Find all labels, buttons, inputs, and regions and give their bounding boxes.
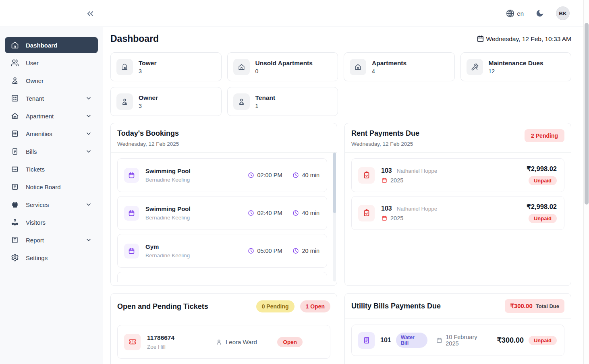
stat-card-unsold-apartments[interactable]: Unsold Apartments 0 [227, 52, 338, 81]
sidebar-item-label: Tickets [26, 166, 45, 173]
rent-tenant-name: Nathaniel Hoppe [397, 206, 438, 212]
chevron-down-icon [85, 130, 92, 137]
moon-icon [535, 9, 544, 18]
clipboard-check-icon [358, 167, 375, 184]
sidebar-item-bills[interactable]: Bills [5, 143, 98, 159]
sidebar-item-settings[interactable]: Settings [5, 250, 98, 266]
booking-list-item[interactable]: Swimming Pool Bernadine Keeling 02:00 PM [117, 158, 327, 192]
chevron-down-icon [85, 237, 92, 243]
chevron-down-icon [85, 95, 92, 101]
sidebar-item-label: Dashboard [26, 42, 57, 49]
sidebar-item-label: Tenant [26, 95, 44, 102]
utility-bills-panel: Utility Bills Payments Due ₹300.00 Total… [344, 293, 571, 364]
user-avatar[interactable]: BK [556, 6, 570, 20]
house-icon [11, 112, 19, 120]
booking-calendar-icon [124, 168, 139, 183]
rent-list-item[interactable]: 103 Nathaniel Hoppe 2025 [351, 196, 564, 230]
rent-list-item[interactable]: 103 Nathaniel Hoppe 2025 [351, 158, 564, 192]
utility-bill-type-badge: Water Bill [396, 333, 428, 348]
sidebar-collapse-button[interactable] [84, 7, 97, 20]
sidebar-item-label: Visitors [26, 219, 46, 226]
utility-amount: ₹300.00 [497, 336, 524, 345]
rent-status-badge: Unpaid [529, 214, 557, 223]
stat-label: Owner [139, 94, 158, 101]
sidebar-item-report[interactable]: Report [5, 232, 98, 248]
sidebar-item-tenant[interactable]: Tenant [5, 90, 98, 106]
tickets-panel: Open and Pending Tickets 0 Pending 1 Ope… [110, 293, 337, 364]
stat-value: 3 [139, 68, 157, 74]
bookings-list: Swimming Pool Bernadine Keeling 02:00 PM [111, 153, 337, 282]
sidebar-item-notice-board[interactable]: Notice Board [5, 179, 98, 195]
avatar-initials: BK [559, 10, 567, 17]
sidebar: Dashboard User Owner Tenant Apartment [0, 27, 103, 364]
utility-total-label: Total Due [536, 303, 559, 309]
calendar-icon [436, 337, 443, 344]
sidebar-item-label: Amenities [26, 130, 52, 137]
bookings-scrollbar-thumb[interactable] [333, 153, 336, 213]
ticket-assignee: Leora Ward [216, 339, 257, 345]
stat-card-apartments[interactable]: Apartments 4 [344, 52, 455, 81]
booking-time: 02:40 PM [248, 210, 282, 216]
panel-title: Open and Pending Tickets [117, 302, 208, 311]
sidebar-item-label: Report [26, 237, 44, 244]
utility-list: 101 Water Bill 10 February 2025 ₹300.00 … [345, 319, 571, 360]
ticket-icon [124, 334, 141, 350]
stat-card-maintenance-dues[interactable]: Maintenance Dues 12 [460, 52, 572, 81]
booking-list-item[interactable]: Gym Bernadine Keeling 05:00 PM [117, 234, 327, 268]
rent-year: 2025 [381, 177, 437, 184]
clock-icon [292, 172, 299, 178]
gear-icon [11, 254, 19, 262]
stat-value: 3 [139, 103, 158, 109]
house-icon [233, 59, 250, 75]
sidebar-item-tickets[interactable]: Tickets [5, 161, 98, 177]
sidebar-item-user[interactable]: User [5, 55, 98, 71]
tickets-open-badge: 1 Open [300, 300, 330, 312]
sidebar-item-services[interactable]: Services [5, 196, 98, 213]
stat-card-tower[interactable]: Tower 3 [110, 52, 222, 81]
booking-calendar-icon [124, 206, 139, 221]
utility-list-item[interactable]: 101 Water Bill 10 February 2025 ₹300.00 … [351, 325, 564, 356]
stat-value: 0 [255, 68, 313, 74]
sidebar-item-label: Apartment [26, 113, 54, 120]
topbar: en BK [0, 0, 583, 27]
utility-due-date: 10 February 2025 [436, 334, 489, 347]
sidebar-item-apartment[interactable]: Apartment [5, 108, 98, 124]
tickets-pending-badge: 0 Pending [256, 300, 294, 312]
tower-icon [116, 59, 133, 75]
page-scrollbar-thumb[interactable] [585, 23, 589, 205]
owner-person-icon [11, 77, 19, 85]
sidebar-item-visitors[interactable]: Visitors [5, 214, 98, 230]
booking-list-item[interactable]: Swimming Pool Bernadine Keeling 02:40 PM [117, 196, 327, 230]
booking-calendar-icon [124, 244, 139, 259]
booking-amenity-name: Swimming Pool [145, 168, 191, 174]
tools-icon [467, 59, 483, 75]
stat-value: 12 [489, 68, 543, 74]
rent-payments-panel: Rent Payments Due Wednesday, 12 Feb 2025… [344, 123, 571, 286]
bookings-scrollbar[interactable] [333, 153, 336, 281]
language-switcher[interactable]: en [506, 9, 524, 18]
clock-icon [248, 172, 254, 178]
rent-tenant-name: Nathaniel Hoppe [397, 168, 438, 174]
ticket-list-item[interactable]: 11786674 Zoe Hill Leora Ward Open [117, 325, 330, 359]
sidebar-item-amenities[interactable]: Amenities [5, 126, 98, 142]
stat-label: Tenant [255, 94, 276, 101]
chevron-down-icon [85, 148, 92, 155]
stat-label: Tower [139, 60, 157, 67]
stat-card-tenant[interactable]: Tenant 1 [227, 87, 338, 116]
booking-list-item-partial[interactable] [117, 272, 327, 282]
tenant-person-icon [233, 93, 250, 110]
calendar-icon [381, 215, 388, 221]
receipt-icon [11, 147, 19, 155]
panel-title: Rent Payments Due [351, 129, 419, 138]
utility-total-amount: ₹300.00 [510, 302, 532, 310]
utility-unit-number: 101 [380, 337, 391, 344]
sidebar-item-owner[interactable]: Owner [5, 72, 98, 89]
sidebar-item-dashboard[interactable]: Dashboard [5, 37, 98, 53]
theme-toggle-button[interactable] [534, 8, 545, 19]
rent-pending-badge: 2 Pending [525, 129, 564, 142]
stat-card-owner[interactable]: Owner 3 [110, 87, 222, 116]
booking-time: 02:00 PM [248, 172, 282, 178]
booking-time: 05:00 PM [248, 248, 282, 254]
page-scrollbar[interactable] [583, 0, 589, 364]
stat-label: Maintenance Dues [489, 60, 543, 67]
